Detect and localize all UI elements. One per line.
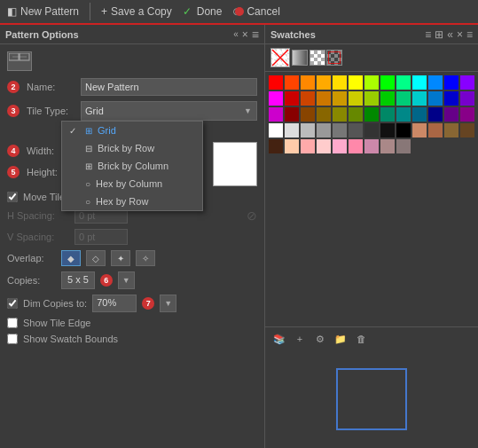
swatch-cell[interactable] — [285, 107, 299, 122]
swatch-cell[interactable] — [380, 75, 395, 90]
move-tile-checkbox[interactable] — [7, 192, 18, 202]
swatch-folder-icon[interactable]: 📁 — [332, 331, 349, 347]
swatch-cell[interactable] — [444, 91, 458, 106]
dropdown-item-hex-col[interactable]: ○ Hex by Column — [62, 175, 202, 193]
swatch-cell[interactable] — [317, 91, 331, 106]
swatch-cell[interactable] — [285, 91, 299, 106]
swatch-delete-icon[interactable]: 🗑 — [352, 331, 370, 347]
panel-menu-icon[interactable]: ≡ — [252, 28, 259, 42]
swatch-cell[interactable] — [301, 75, 315, 90]
swatch-cell[interactable] — [333, 75, 347, 90]
swatch-cell[interactable] — [349, 123, 363, 138]
show-tile-edge-checkbox[interactable] — [7, 318, 18, 328]
h-spacing-label: H Spacing: — [7, 210, 69, 221]
swatch-cell[interactable] — [349, 107, 363, 122]
swatch-cell[interactable] — [364, 107, 379, 122]
pattern-swatch-3[interactable] — [326, 50, 342, 66]
show-swatch-bounds-checkbox[interactable] — [7, 334, 18, 344]
swatch-cell[interactable] — [364, 91, 379, 106]
swatch-cell[interactable] — [428, 107, 443, 122]
swatch-cell[interactable] — [285, 123, 299, 138]
panel-collapse-icon[interactable]: « — [233, 29, 239, 39]
swatch-cell[interactable] — [460, 107, 474, 122]
swatch-cell[interactable] — [380, 91, 395, 106]
dim-copies-dropdown-button[interactable]: ▼ — [160, 295, 176, 312]
overlap-btn-2[interactable]: ◇ — [86, 250, 106, 266]
swatch-cell[interactable] — [333, 91, 347, 106]
swatch-cell[interactable] — [428, 91, 443, 106]
swatch-cell[interactable] — [380, 107, 395, 122]
swatch-cell[interactable] — [301, 107, 315, 122]
swatch-cell[interactable] — [269, 91, 283, 106]
dropdown-item-hex-row[interactable]: ○ Hex by Row — [62, 193, 202, 210]
swatch-cell[interactable] — [317, 139, 331, 153]
swatch-cell[interactable] — [444, 75, 458, 90]
swatches-collapse-icon[interactable]: « — [447, 28, 453, 41]
swatch-cell[interactable] — [317, 107, 331, 122]
tile-type-select[interactable]: Grid Brick by Row Brick by Column Hex by… — [81, 101, 257, 121]
swatches-grid-view-icon[interactable]: ⊞ — [435, 28, 443, 41]
swatch-cell[interactable] — [301, 91, 315, 106]
swatch-cell[interactable] — [460, 91, 474, 106]
swatch-cell[interactable] — [301, 139, 315, 153]
swatches-list-view-icon[interactable]: ≡ — [425, 28, 431, 41]
swatch-cell[interactable] — [444, 123, 458, 138]
new-pattern-button[interactable]: ◧ New Pattern — [7, 5, 79, 18]
swatch-cell[interactable] — [269, 107, 283, 122]
swatch-cell[interactable] — [412, 123, 427, 138]
swatch-options-icon[interactable]: ⚙ — [311, 331, 329, 347]
swatch-cell[interactable] — [380, 123, 395, 138]
swatch-cell[interactable] — [269, 123, 283, 138]
swatch-cell[interactable] — [412, 91, 427, 106]
swatch-cell[interactable] — [333, 139, 347, 153]
swatch-cell[interactable] — [380, 139, 395, 153]
swatch-libraries-icon[interactable]: 📚 — [270, 331, 288, 347]
swatch-cell[interactable] — [364, 139, 379, 153]
swatch-cell[interactable] — [333, 107, 347, 122]
overlap-btn-4[interactable]: ✧ — [136, 250, 155, 266]
name-input[interactable] — [81, 78, 257, 96]
swatch-cell[interactable] — [428, 75, 443, 90]
swatch-cell[interactable] — [396, 139, 411, 153]
swatch-cell[interactable] — [333, 123, 347, 138]
pattern-swatch[interactable] — [270, 48, 290, 67]
swatch-cell[interactable] — [460, 123, 474, 138]
dropdown-item-brick-col[interactable]: ⊞ Brick by Column — [62, 157, 202, 175]
swatch-cell[interactable] — [269, 75, 283, 90]
swatch-cell[interactable] — [396, 107, 411, 122]
swatch-cell[interactable] — [269, 139, 283, 153]
swatch-cell[interactable] — [317, 123, 331, 138]
swatches-menu-icon[interactable]: ≡ — [466, 28, 473, 41]
swatch-cell[interactable] — [349, 91, 363, 106]
swatch-cell[interactable] — [428, 123, 443, 138]
swatch-cell[interactable] — [349, 139, 363, 153]
gradient-swatch[interactable] — [292, 50, 308, 66]
done-button[interactable]: ✓ Done — [183, 5, 223, 18]
pattern-swatch-2[interactable] — [310, 50, 325, 66]
swatch-cell[interactable] — [460, 75, 474, 90]
dropdown-item-brick-row[interactable]: ⊟ Brick by Row — [62, 139, 202, 157]
swatch-cell[interactable] — [349, 75, 363, 90]
swatch-cell[interactable] — [285, 75, 299, 90]
swatch-cell[interactable] — [285, 139, 299, 153]
save-copy-button[interactable]: + Save a Copy — [101, 5, 172, 18]
dim-copies-checkbox[interactable] — [7, 298, 18, 309]
copies-dropdown-button[interactable]: ▼ — [118, 271, 135, 289]
overlap-btn-1[interactable]: ◆ — [61, 250, 81, 266]
panel-close-icon[interactable]: × — [242, 28, 248, 41]
swatch-cell[interactable] — [364, 75, 379, 90]
swatch-cell[interactable] — [396, 123, 411, 138]
v-spacing-input[interactable] — [74, 229, 128, 245]
swatch-cell[interactable] — [364, 123, 379, 138]
swatch-cell[interactable] — [412, 107, 427, 122]
swatch-cell[interactable] — [317, 75, 331, 90]
swatch-cell[interactable] — [396, 75, 411, 90]
overlap-btn-3[interactable]: ✦ — [111, 250, 130, 266]
swatch-cell[interactable] — [396, 91, 411, 106]
swatch-cell[interactable] — [301, 123, 315, 138]
dropdown-item-grid[interactable]: ✓ ⊞ Grid — [62, 122, 202, 139]
swatch-cell[interactable] — [444, 107, 458, 122]
swatch-cell[interactable] — [412, 75, 427, 90]
swatches-close-icon[interactable]: × — [457, 28, 463, 41]
swatch-new-icon[interactable]: + — [291, 331, 309, 347]
